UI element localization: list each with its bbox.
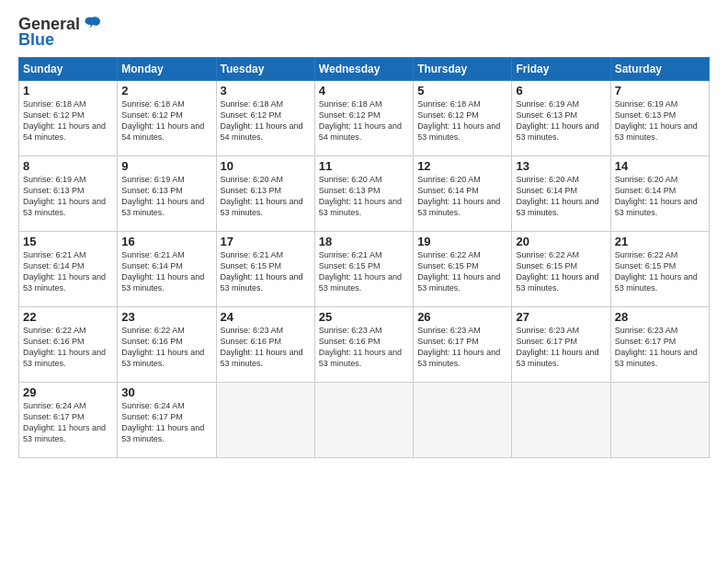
day-number: 20 — [516, 235, 606, 248]
day-info: Sunrise: 6:23 AMSunset: 6:16 PMDaylight:… — [319, 325, 409, 370]
calendar-day-cell: 10Sunrise: 6:20 AMSunset: 6:13 PMDayligh… — [216, 156, 314, 232]
calendar-day-cell: 5Sunrise: 6:18 AMSunset: 6:12 PMDaylight… — [414, 81, 512, 156]
day-number: 12 — [417, 159, 507, 173]
day-info: Sunrise: 6:22 AMSunset: 6:15 PMDaylight:… — [417, 249, 507, 294]
day-info: Sunrise: 6:20 AMSunset: 6:13 PMDaylight:… — [221, 174, 311, 219]
calendar-week-row: 22Sunrise: 6:22 AMSunset: 6:16 PMDayligh… — [19, 307, 710, 383]
day-number: 19 — [417, 235, 507, 248]
day-info: Sunrise: 6:18 AMSunset: 6:12 PMDaylight:… — [121, 98, 211, 144]
day-number: 28 — [615, 310, 705, 324]
calendar-week-row: 29Sunrise: 6:24 AMSunset: 6:17 PMDayligh… — [19, 383, 710, 458]
day-number: 18 — [319, 235, 409, 248]
day-number: 4 — [319, 84, 409, 98]
day-info: Sunrise: 6:21 AMSunset: 6:15 PMDaylight:… — [221, 249, 311, 294]
day-info: Sunrise: 6:20 AMSunset: 6:13 PMDaylight:… — [319, 174, 409, 219]
calendar-day-cell: 24Sunrise: 6:23 AMSunset: 6:16 PMDayligh… — [216, 307, 314, 383]
day-of-week-header: Tuesday — [216, 58, 314, 81]
day-number: 23 — [121, 310, 211, 324]
day-info: Sunrise: 6:19 AMSunset: 6:13 PMDaylight:… — [615, 98, 705, 144]
calendar-day-cell: 14Sunrise: 6:20 AMSunset: 6:14 PMDayligh… — [610, 156, 709, 232]
calendar-day-cell: 17Sunrise: 6:21 AMSunset: 6:15 PMDayligh… — [216, 232, 314, 307]
day-info: Sunrise: 6:18 AMSunset: 6:12 PMDaylight:… — [319, 98, 409, 144]
calendar-day-cell: 25Sunrise: 6:23 AMSunset: 6:16 PMDayligh… — [314, 307, 413, 383]
day-number: 8 — [23, 159, 113, 173]
day-number: 17 — [221, 235, 311, 248]
calendar-day-cell: 8Sunrise: 6:19 AMSunset: 6:13 PMDaylight… — [19, 156, 118, 232]
day-of-week-header: Friday — [512, 58, 610, 81]
day-of-week-header: Saturday — [610, 58, 709, 81]
day-info: Sunrise: 6:21 AMSunset: 6:15 PMDaylight:… — [319, 249, 409, 294]
day-number: 29 — [23, 385, 113, 399]
calendar-day-cell: 20Sunrise: 6:22 AMSunset: 6:15 PMDayligh… — [512, 232, 610, 307]
day-info: Sunrise: 6:21 AMSunset: 6:14 PMDaylight:… — [23, 249, 113, 294]
calendar-day-cell: 19Sunrise: 6:22 AMSunset: 6:15 PMDayligh… — [414, 232, 512, 307]
day-number: 13 — [516, 159, 606, 173]
calendar-day-cell: 23Sunrise: 6:22 AMSunset: 6:16 PMDayligh… — [118, 307, 216, 383]
calendar-day-cell: 16Sunrise: 6:21 AMSunset: 6:14 PMDayligh… — [118, 232, 216, 307]
day-info: Sunrise: 6:21 AMSunset: 6:14 PMDaylight:… — [121, 249, 211, 294]
calendar-day-cell: 6Sunrise: 6:19 AMSunset: 6:13 PMDaylight… — [512, 81, 610, 156]
calendar-day-cell: 1Sunrise: 6:18 AMSunset: 6:12 PMDaylight… — [19, 81, 118, 156]
calendar-header-row: SundayMondayTuesdayWednesdayThursdayFrid… — [19, 58, 710, 81]
day-info: Sunrise: 6:18 AMSunset: 6:12 PMDaylight:… — [417, 98, 507, 144]
day-info: Sunrise: 6:18 AMSunset: 6:12 PMDaylight:… — [221, 98, 311, 144]
calendar-day-cell: 18Sunrise: 6:21 AMSunset: 6:15 PMDayligh… — [314, 232, 413, 307]
day-number: 15 — [23, 235, 113, 248]
day-info: Sunrise: 6:20 AMSunset: 6:14 PMDaylight:… — [516, 174, 606, 219]
day-number: 2 — [121, 84, 211, 98]
day-number: 25 — [319, 310, 409, 324]
day-number: 3 — [221, 84, 311, 98]
day-number: 5 — [417, 84, 507, 98]
day-of-week-header: Thursday — [414, 58, 512, 81]
calendar-day-cell: 3Sunrise: 6:18 AMSunset: 6:12 PMDaylight… — [216, 81, 314, 156]
calendar-day-cell: 4Sunrise: 6:18 AMSunset: 6:12 PMDaylight… — [314, 81, 413, 156]
day-number: 26 — [417, 310, 507, 324]
day-number: 22 — [23, 310, 113, 324]
day-of-week-header: Wednesday — [314, 58, 413, 81]
day-info: Sunrise: 6:23 AMSunset: 6:17 PMDaylight:… — [615, 325, 705, 370]
logo: General Blue — [18, 15, 102, 50]
day-of-week-header: Sunday — [19, 58, 118, 81]
calendar-day-cell — [512, 383, 610, 458]
day-info: Sunrise: 6:19 AMSunset: 6:13 PMDaylight:… — [23, 174, 113, 219]
calendar-day-cell: 9Sunrise: 6:19 AMSunset: 6:13 PMDaylight… — [118, 156, 216, 232]
calendar-day-cell: 29Sunrise: 6:24 AMSunset: 6:17 PMDayligh… — [19, 383, 118, 458]
day-info: Sunrise: 6:20 AMSunset: 6:14 PMDaylight:… — [615, 174, 705, 219]
calendar-day-cell: 22Sunrise: 6:22 AMSunset: 6:16 PMDayligh… — [19, 307, 118, 383]
day-info: Sunrise: 6:20 AMSunset: 6:14 PMDaylight:… — [417, 174, 507, 219]
calendar-week-row: 1Sunrise: 6:18 AMSunset: 6:12 PMDaylight… — [19, 81, 710, 156]
calendar-week-row: 15Sunrise: 6:21 AMSunset: 6:14 PMDayligh… — [19, 232, 710, 307]
day-number: 24 — [221, 310, 311, 324]
calendar-day-cell: 26Sunrise: 6:23 AMSunset: 6:17 PMDayligh… — [414, 307, 512, 383]
calendar-day-cell: 13Sunrise: 6:20 AMSunset: 6:14 PMDayligh… — [512, 156, 610, 232]
calendar-day-cell — [414, 383, 512, 458]
calendar-day-cell: 28Sunrise: 6:23 AMSunset: 6:17 PMDayligh… — [610, 307, 709, 383]
day-info: Sunrise: 6:19 AMSunset: 6:13 PMDaylight:… — [121, 174, 211, 219]
header: General Blue — [18, 15, 710, 50]
day-info: Sunrise: 6:22 AMSunset: 6:16 PMDaylight:… — [121, 325, 211, 370]
logo-blue: Blue — [18, 30, 54, 50]
calendar-week-row: 8Sunrise: 6:19 AMSunset: 6:13 PMDaylight… — [19, 156, 710, 232]
day-info: Sunrise: 6:24 AMSunset: 6:17 PMDaylight:… — [121, 400, 211, 445]
day-info: Sunrise: 6:24 AMSunset: 6:17 PMDaylight:… — [23, 400, 113, 445]
calendar-day-cell — [314, 383, 413, 458]
day-number: 27 — [516, 310, 606, 324]
calendar-day-cell: 21Sunrise: 6:22 AMSunset: 6:15 PMDayligh… — [610, 232, 709, 307]
day-info: Sunrise: 6:22 AMSunset: 6:16 PMDaylight:… — [23, 325, 113, 370]
day-number: 21 — [615, 235, 705, 248]
calendar-day-cell: 15Sunrise: 6:21 AMSunset: 6:14 PMDayligh… — [19, 232, 118, 307]
day-number: 7 — [615, 84, 705, 98]
day-info: Sunrise: 6:19 AMSunset: 6:13 PMDaylight:… — [516, 98, 606, 144]
day-of-week-header: Monday — [118, 58, 216, 81]
calendar-day-cell — [216, 383, 314, 458]
calendar-day-cell: 12Sunrise: 6:20 AMSunset: 6:14 PMDayligh… — [414, 156, 512, 232]
day-number: 14 — [615, 159, 705, 173]
day-number: 10 — [221, 159, 311, 173]
calendar-day-cell: 11Sunrise: 6:20 AMSunset: 6:13 PMDayligh… — [314, 156, 413, 232]
day-number: 11 — [319, 159, 409, 173]
day-number: 1 — [23, 84, 113, 98]
page: General Blue SundayMondayTuesdayWednesda… — [0, 0, 728, 563]
calendar-day-cell: 27Sunrise: 6:23 AMSunset: 6:17 PMDayligh… — [512, 307, 610, 383]
day-info: Sunrise: 6:23 AMSunset: 6:16 PMDaylight:… — [221, 325, 311, 370]
calendar-day-cell: 30Sunrise: 6:24 AMSunset: 6:17 PMDayligh… — [118, 383, 216, 458]
